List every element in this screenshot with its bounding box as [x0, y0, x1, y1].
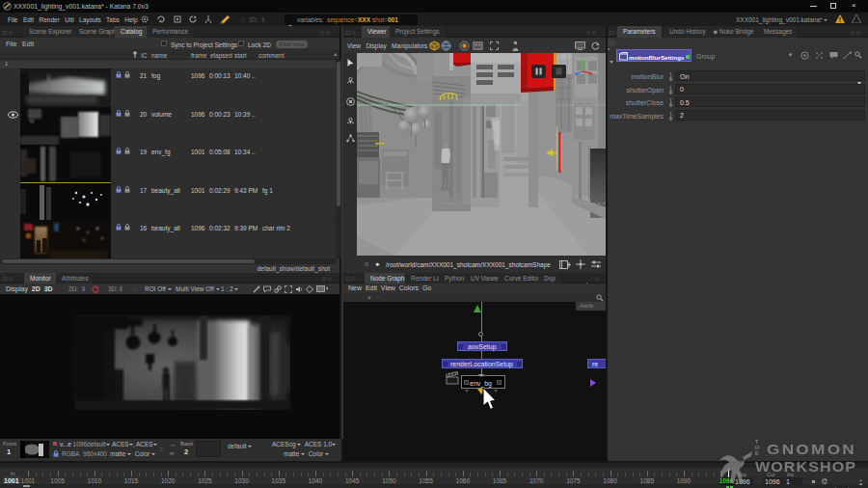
- svg-text:GNOMON: GNOMON: [767, 441, 856, 457]
- svg-text:E: E: [755, 450, 759, 456]
- svg-text:WORKSHOP: WORKSHOP: [755, 458, 856, 474]
